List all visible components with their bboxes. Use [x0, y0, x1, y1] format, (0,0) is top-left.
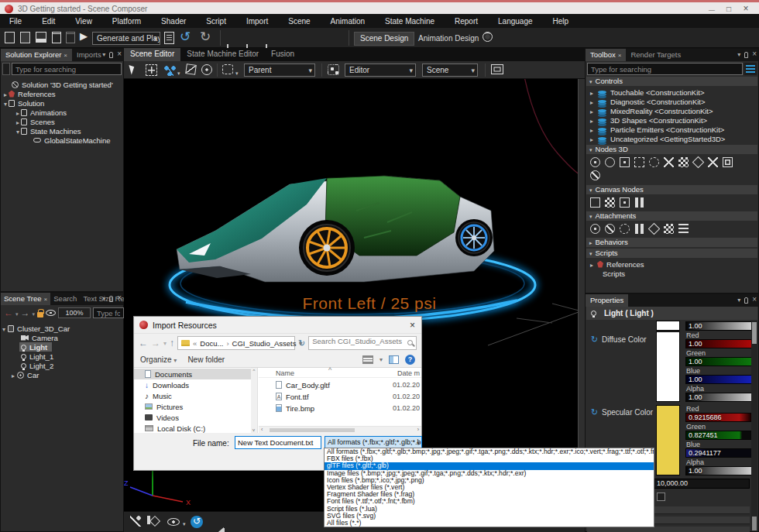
save-icon[interactable] — [36, 32, 46, 43]
file-row-font[interactable]: Font.ttf01.02.20 — [259, 391, 421, 402]
sidebar-item-local-disk[interactable]: Local Disk (C:) — [134, 423, 252, 433]
panel-close-icon[interactable] — [752, 50, 757, 59]
scripts-item-references[interactable]: References — [590, 259, 644, 269]
animation-design-button[interactable]: Animation Design — [414, 32, 483, 46]
expander-icon[interactable] — [16, 127, 19, 136]
paint-tool-icon[interactable] — [130, 516, 141, 527]
properties-scrollbar[interactable] — [751, 321, 757, 530]
file-row-tire[interactable]: Tire.bmp01.02.20 — [259, 403, 421, 414]
viewport-scrollbar[interactable] — [578, 79, 585, 511]
camera-node-icon[interactable] — [620, 157, 630, 167]
breadcrumb-chevron[interactable]: « — [193, 339, 197, 348]
format-option-vertex-shader[interactable]: Vertex Shader files (*.vert) — [325, 484, 654, 491]
expander-icon[interactable] — [16, 108, 19, 117]
scene-design-button[interactable]: Scene Design — [354, 32, 414, 46]
property-link-icon[interactable]: ↻ — [591, 407, 598, 417]
easel-node-icon[interactable] — [590, 197, 600, 208]
tab-render-targets[interactable]: Render Targets — [626, 49, 685, 61]
move-tool-icon[interactable] — [146, 64, 157, 76]
cross-node-icon[interactable] — [708, 157, 718, 167]
format-option-icon[interactable]: Icon files (*.bmp;*.ico;*.jpg;*.png) — [325, 477, 654, 484]
tab-scene-editor[interactable]: Scene Editor — [124, 48, 180, 61]
scrollbar-end[interactable] — [752, 517, 757, 530]
file-name-input[interactable] — [235, 436, 321, 449]
parent-dropdown[interactable]: Parent — [244, 63, 315, 77]
redo-icon[interactable] — [200, 29, 211, 45]
pin-icon[interactable] — [109, 52, 113, 58]
open-document-icon[interactable] — [20, 32, 30, 43]
property-link-icon[interactable]: ↻ — [591, 335, 598, 345]
tree-item-state-machines[interactable]: State Machines — [16, 126, 81, 136]
particle-node-icon[interactable] — [678, 157, 689, 167]
diffuse-alpha-bar[interactable]: 1.00 — [685, 393, 755, 402]
section-controls[interactable]: ▾Controls — [586, 77, 757, 86]
layers-stack-icon[interactable] — [678, 224, 689, 234]
delete-icon[interactable] — [52, 32, 61, 43]
breadcrumb-parent[interactable]: Docu... — [200, 339, 223, 348]
tree-item-solution[interactable]: Solution — [4, 98, 44, 108]
diffuse-red-bar[interactable]: 1.00 — [685, 339, 755, 348]
expander-icon[interactable] — [590, 88, 593, 97]
node-tool-caret-icon[interactable]: ▾ — [177, 70, 180, 77]
expander-icon[interactable] — [590, 135, 593, 143]
nav-back-icon[interactable] — [4, 307, 13, 318]
toolbox-item-mixedreality[interactable]: MixedReality <ConstructionKit> — [590, 106, 713, 115]
tab-fusion[interactable]: Fusion — [265, 48, 301, 61]
pin-icon[interactable] — [109, 296, 113, 302]
scrollbar-thumb[interactable] — [752, 322, 757, 344]
menu-platform[interactable]: Platform — [112, 17, 141, 26]
new-document-icon[interactable] — [5, 32, 15, 43]
close-button[interactable] — [739, 4, 753, 14]
specular-alpha-bar[interactable]: 1.00 — [685, 466, 755, 475]
screenshot-icon[interactable] — [491, 64, 503, 74]
light-node-icon[interactable] — [605, 157, 615, 167]
up-icon[interactable]: ↑ — [170, 338, 174, 348]
patch-node-icon[interactable] — [664, 157, 674, 167]
format-option-all-formats[interactable]: All formats (*.fbx;*.gltf;*.glb;*.bmp;*.… — [325, 448, 654, 455]
hscrollbar-thumb[interactable] — [270, 428, 355, 432]
section-scripts[interactable]: ▾Scripts — [586, 249, 757, 258]
expander-icon[interactable] — [590, 98, 593, 106]
menu-view[interactable]: View — [75, 17, 92, 26]
visibility-caret-icon[interactable]: ▾ — [183, 521, 186, 527]
toolbox-search-input[interactable] — [587, 63, 743, 75]
measure-tool-icon[interactable] — [214, 518, 225, 532]
tab-properties[interactable]: Properties — [586, 294, 628, 307]
tab-search[interactable]: Search — [50, 293, 80, 305]
helmet-node-icon[interactable] — [692, 156, 705, 169]
section-nodes3d[interactable]: ▾Nodes 3D — [586, 145, 757, 154]
minimize-button[interactable] — [705, 4, 719, 14]
character-node-icon[interactable] — [634, 157, 644, 167]
expander-icon[interactable] — [4, 99, 7, 108]
scene-dropdown[interactable]: Scene — [422, 63, 478, 77]
toolbox-item-uncategorized[interactable]: Uncategorized <GettingStarted3D> — [590, 134, 725, 143]
sidebar-scrollbar[interactable]: ^v — [251, 368, 257, 433]
alpha-channel-bar[interactable]: 1.00 — [685, 321, 755, 331]
play-icon[interactable] — [80, 30, 88, 42]
solution-search-input[interactable] — [12, 63, 122, 75]
organize-button[interactable]: Organize ▾ — [140, 355, 177, 364]
pin-icon[interactable] — [744, 52, 748, 58]
specular-red-bar[interactable]: 0.9215686 — [685, 413, 755, 422]
tree-item-animations[interactable]: Animations — [16, 108, 67, 117]
orbit-tool-icon[interactable] — [201, 64, 212, 75]
gear-icon[interactable] — [620, 224, 630, 234]
brackets-icon[interactable] — [634, 224, 644, 234]
menu-animation[interactable]: Animation — [331, 17, 365, 26]
tab-solution-explorer[interactable]: Solution Explorer× — [1, 49, 72, 61]
tree-item-light2[interactable]: Light_2 — [21, 361, 53, 370]
delete-all-icon[interactable] — [66, 32, 75, 43]
toolbox-item-particle-emitters[interactable]: Particle Emitters <ConstructionKit> — [590, 125, 724, 134]
bounding-box-icon[interactable] — [147, 516, 150, 524]
rotate-tool-icon[interactable] — [185, 63, 197, 75]
transform-mode-icon[interactable] — [222, 64, 233, 74]
preview-pane-icon[interactable] — [389, 355, 399, 364]
generate-play-dropdown[interactable]: Generate and Play — [92, 32, 160, 45]
lock-icon[interactable] — [37, 312, 43, 317]
section-canvas-nodes[interactable]: ▾Canvas Nodes — [586, 185, 757, 194]
tree-item-camera[interactable]: Camera — [21, 333, 58, 342]
specular-swatch[interactable] — [656, 405, 680, 475]
section-behaviors[interactable]: ▸Behaviors — [586, 238, 757, 247]
tab-close-icon[interactable]: × — [64, 52, 67, 59]
sidebar-item-pictures[interactable]: Pictures — [134, 401, 252, 412]
